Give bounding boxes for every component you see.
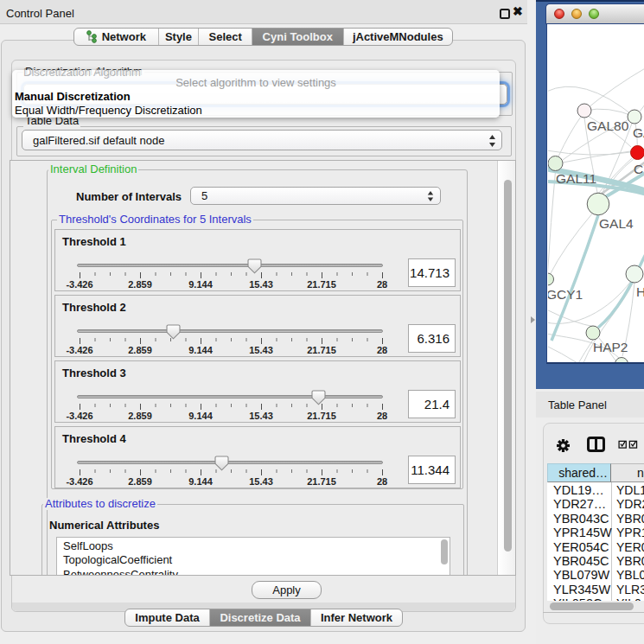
svg-text:GAL11: GAL11 (556, 171, 596, 186)
svg-text:GCY1: GCY1 (548, 287, 583, 302)
svg-text:CY: CY (634, 162, 644, 176)
svg-text:GAL80: GAL80 (587, 118, 629, 133)
svg-text:HAP2: HAP2 (593, 340, 628, 354)
svg-text:H: H (636, 284, 644, 299)
svg-text:GA: GA (633, 125, 644, 140)
svg-text:GAL4: GAL4 (599, 216, 634, 231)
